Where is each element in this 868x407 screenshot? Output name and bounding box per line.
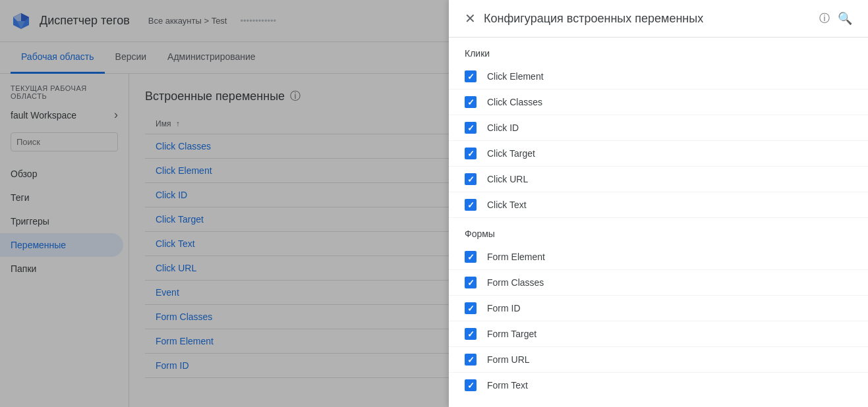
panel-close-button[interactable]: ✕ — [465, 11, 476, 26]
checkbox-item-form_element[interactable]: ✓ Form Element — [449, 244, 868, 270]
checkbox-item-form_classes[interactable]: ✓ Form Classes — [449, 270, 868, 296]
checkbox-label-form_text: Form Text — [487, 380, 528, 391]
checkmark-icon: ✓ — [467, 149, 475, 159]
checkbox-item-form_id[interactable]: ✓ Form ID — [449, 296, 868, 321]
checkbox-label-form_element: Form Element — [487, 252, 545, 262]
category-label-forms: Формы — [449, 218, 868, 244]
checkbox-label-form_classes: Form Classes — [487, 277, 544, 288]
checkbox-form_url[interactable]: ✓ — [465, 354, 477, 366]
panel-body: Клики ✓ Click Element ✓ Click Classes ✓ … — [449, 38, 868, 407]
checkbox-form_classes[interactable]: ✓ — [465, 277, 477, 288]
checkbox-item-click_element[interactable]: ✓ Click Element — [449, 64, 868, 90]
app-container: Диспетчер тегов Все аккаунты > Test ••••… — [0, 0, 868, 407]
checkbox-item-form_url[interactable]: ✓ Form URL — [449, 347, 868, 373]
checkbox-click_element[interactable]: ✓ — [465, 70, 477, 82]
checkmark-icon: ✓ — [467, 252, 475, 262]
checkmark-icon: ✓ — [467, 123, 475, 133]
checkbox-form_target[interactable]: ✓ — [465, 328, 477, 340]
checkbox-click_id[interactable]: ✓ — [465, 122, 477, 134]
checkbox-item-click_id[interactable]: ✓ Click ID — [449, 115, 868, 141]
checkmark-icon: ✓ — [467, 381, 475, 391]
checkbox-label-click_target: Click Target — [487, 148, 535, 159]
checkbox-label-form_url: Form URL — [487, 354, 530, 365]
panel-title: Конфигурация встроенных переменных — [484, 12, 811, 26]
checkbox-item-click_text[interactable]: ✓ Click Text — [449, 192, 868, 218]
checkmark-icon: ✓ — [467, 200, 475, 210]
checkbox-item-click_url[interactable]: ✓ Click URL — [449, 167, 868, 192]
checkbox-click_text[interactable]: ✓ — [465, 199, 477, 211]
checkbox-label-form_target: Form Target — [487, 329, 536, 339]
checkmark-icon: ✓ — [467, 175, 475, 184]
checkbox-form_text[interactable]: ✓ — [465, 379, 477, 391]
checkbox-item-click_classes[interactable]: ✓ Click Classes — [449, 90, 868, 115]
checkbox-form_id[interactable]: ✓ — [465, 302, 477, 314]
checkbox-label-click_id: Click ID — [487, 122, 519, 133]
checkbox-click_classes[interactable]: ✓ — [465, 96, 477, 108]
checkbox-label-click_classes: Click Classes — [487, 97, 542, 107]
checkbox-item-click_target[interactable]: ✓ Click Target — [449, 141, 868, 167]
config-panel: ✕ Конфигурация встроенных переменных ⓘ 🔍… — [449, 0, 868, 407]
checkbox-label-form_id: Form ID — [487, 303, 521, 313]
checkbox-label-click_text: Click Text — [487, 200, 527, 210]
checkmark-icon: ✓ — [467, 278, 475, 288]
panel-header: ✕ Конфигурация встроенных переменных ⓘ 🔍 — [449, 0, 868, 38]
panel-help-icon[interactable]: ⓘ — [819, 12, 830, 26]
checkmark-icon: ✓ — [467, 355, 475, 365]
checkbox-click_url[interactable]: ✓ — [465, 173, 477, 185]
checkmark-icon: ✓ — [467, 304, 475, 313]
checkbox-item-form_text[interactable]: ✓ Form Text — [449, 373, 868, 398]
panel-search-icon[interactable]: 🔍 — [838, 11, 852, 26]
category-label-clicks: Клики — [449, 38, 868, 64]
checkbox-item-form_target[interactable]: ✓ Form Target — [449, 321, 868, 347]
checkmark-icon: ✓ — [467, 97, 475, 107]
checkbox-click_target[interactable]: ✓ — [465, 148, 477, 159]
checkbox-form_element[interactable]: ✓ — [465, 251, 477, 263]
checkmark-icon: ✓ — [467, 72, 475, 82]
checkbox-label-click_url: Click URL — [487, 174, 528, 184]
checkmark-icon: ✓ — [467, 329, 475, 339]
checkbox-label-click_element: Click Element — [487, 71, 544, 82]
